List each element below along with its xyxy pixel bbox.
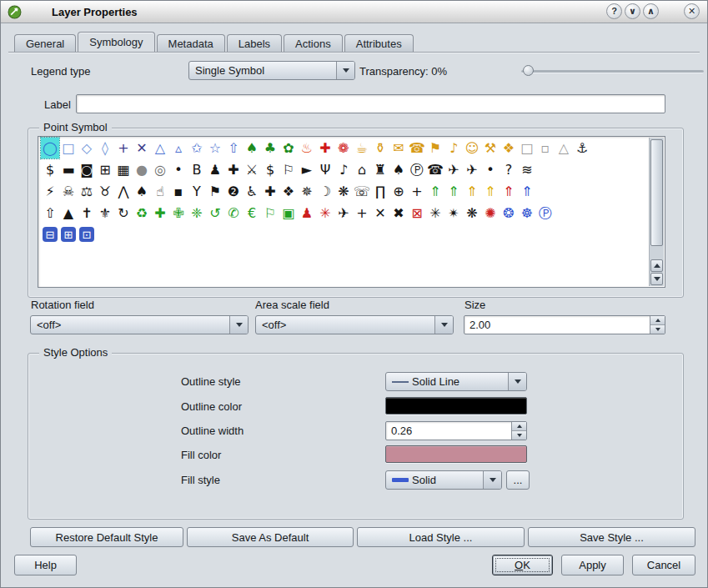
symbol-cell[interactable]: ☆ [206,138,224,158]
symbol-cell[interactable]: ✚ [316,138,334,158]
symbol-cell[interactable]: ↻ [114,203,133,224]
symbol-cell[interactable]: ❂ [500,203,518,224]
symbol-cell[interactable]: $ [41,159,59,180]
symbol-cell[interactable]: ↺ [206,203,224,224]
symbol-cell[interactable]: ✺ [481,203,500,224]
symbol-cell[interactable]: ⋀ [114,181,133,202]
scroll-down-button[interactable] [650,273,663,285]
symbol-cell[interactable]: ✚ [151,203,169,224]
symbol-cell[interactable]: ♠ [243,138,261,158]
label-input[interactable] [76,94,665,113]
symbol-cell[interactable]: ✳ [426,203,444,224]
symbol-cell[interactable]: ◯ [41,138,59,158]
tab-attributes[interactable]: Attributes [344,34,414,53]
symbol-cell[interactable]: $ [261,159,279,180]
tab-general[interactable]: General [14,34,76,53]
symbol-cell[interactable]: ♠ [389,159,408,180]
symbol-cell[interactable]: ✈ [463,159,481,180]
symbol-cell[interactable]: ⊞ [96,159,114,180]
symbol-cell[interactable]: ⚐ [261,203,279,224]
symbol-cell[interactable]: ◇ [78,138,96,158]
symbol-cell[interactable]: Ψ [316,159,334,180]
tab-symbology[interactable]: Symbology [78,32,154,53]
symbol-cell[interactable]: ▬ [59,159,78,180]
symbol-cell[interactable]: Ⓟ [536,203,555,224]
symbol-cell[interactable]: ⚓ [573,138,591,158]
symbol-cell[interactable]: ✙ [169,203,188,224]
symbol-cell[interactable]: ◎ [151,159,169,180]
symbol-cell[interactable]: ♻ [133,203,151,224]
symbol-cell[interactable]: ♿ [243,181,261,202]
symbol-cell[interactable]: ✴ [444,203,463,224]
symbol-cell[interactable]: ⚒ [481,138,500,158]
symbol-cell[interactable]: ⇑ [426,181,444,202]
symbol-cell[interactable]: ✕ [371,203,389,224]
symbol-cell[interactable]: ✳ [316,203,334,224]
transparency-slider[interactable] [521,65,704,77]
tab-labels[interactable]: Labels [227,34,282,53]
tab-actions[interactable]: Actions [284,34,343,53]
symbol-cell[interactable]: ⌂ [353,159,371,180]
symbol-cell[interactable]: ⚑ [206,181,224,202]
spin-up-button[interactable] [650,316,665,324]
symbol-cell[interactable]: ⇑ [481,181,500,202]
save-as-default-button[interactable]: Save As Default [187,527,354,547]
outline-color-button[interactable] [385,397,527,415]
symbol-cell[interactable]: ❈ [188,203,206,224]
symbol-cell[interactable]: ► [298,159,316,180]
symbol-cell[interactable]: ▦ [114,159,133,180]
symbol-cell[interactable]: ⇧ [41,203,59,224]
symbol-cell[interactable]: ☎ [426,159,444,180]
cancel-button[interactable]: Cancel [632,555,695,575]
symbol-cell[interactable]: ⇧ [224,138,243,158]
symbol-cell[interactable]: ⊠ [408,203,426,224]
symbol-cell[interactable]: ◊ [96,138,114,158]
symbol-cell[interactable]: ♠ [133,181,151,202]
symbol-cell[interactable]: ⇑ [444,181,463,202]
symbol-cell[interactable]: ☸ [518,203,536,224]
symbol-cell[interactable]: ● [133,159,151,180]
symbol-cell[interactable]: ▲ [59,203,78,224]
slider-handle[interactable] [523,65,534,76]
symbol-cell[interactable]: ☏ [353,181,371,202]
restore-default-style-button[interactable]: Restore Default Style [30,527,183,547]
titlebar-help-icon[interactable]: ? [606,3,622,19]
symbol-cell[interactable]: □ [59,138,78,158]
symbol-cell[interactable]: Ⓟ [408,159,426,180]
area-scale-field-select[interactable]: <off> [255,315,454,334]
symbol-cell[interactable]: ❖ [500,138,518,158]
close-icon[interactable]: ✕ [684,3,700,19]
symbol-cell[interactable]: ✖ [389,203,408,224]
symbol-cell[interactable]: □ [518,138,536,158]
help-button[interactable]: Help [14,555,77,575]
ok-button[interactable]: OK [492,555,553,575]
size-spinbox[interactable]: 2.00 [464,315,665,334]
symbol-cell[interactable]: ☎ [408,138,426,158]
symbol-cell[interactable]: ♪ [334,159,353,180]
symbol-cell[interactable]: ❷ [224,181,243,202]
symbol-cell[interactable]: ⊟ [43,227,58,242]
symbol-cell[interactable]: ✩ [188,138,206,158]
symbol-cell[interactable]: ∏ [371,181,389,202]
symbol-cell[interactable]: ☽ [316,181,334,202]
symbol-cell[interactable]: ☝ [151,181,169,202]
symbol-cell[interactable]: ❖ [279,181,298,202]
symbol-cell[interactable]: ☺ [463,138,481,158]
symbol-cell[interactable]: ✆ [224,203,243,224]
symbol-cell[interactable]: ⚱ [371,138,389,158]
symbol-cell[interactable]: ☠ [59,181,78,202]
symbol-cell[interactable]: ✕ [133,138,151,158]
symbol-cell[interactable]: ⇑ [500,181,518,202]
load-style-button[interactable]: Load Style ... [357,527,525,547]
symbol-cell[interactable]: ▣ [279,203,298,224]
symbol-cell[interactable]: △ [555,138,573,158]
symbol-cell[interactable]: • [169,159,188,180]
fill-color-button[interactable] [385,445,527,463]
symbol-cell[interactable]: ? [500,159,518,180]
symbol-cell[interactable]: ⚔ [243,159,261,180]
fill-style-select[interactable]: Solid [385,470,502,490]
symbol-cell[interactable]: △ [151,138,169,158]
symbol-cell[interactable]: ♉ [96,181,114,202]
titlebar-unshade-icon[interactable]: ∧ [643,3,659,19]
symbol-cell[interactable]: ♨ [298,138,316,158]
